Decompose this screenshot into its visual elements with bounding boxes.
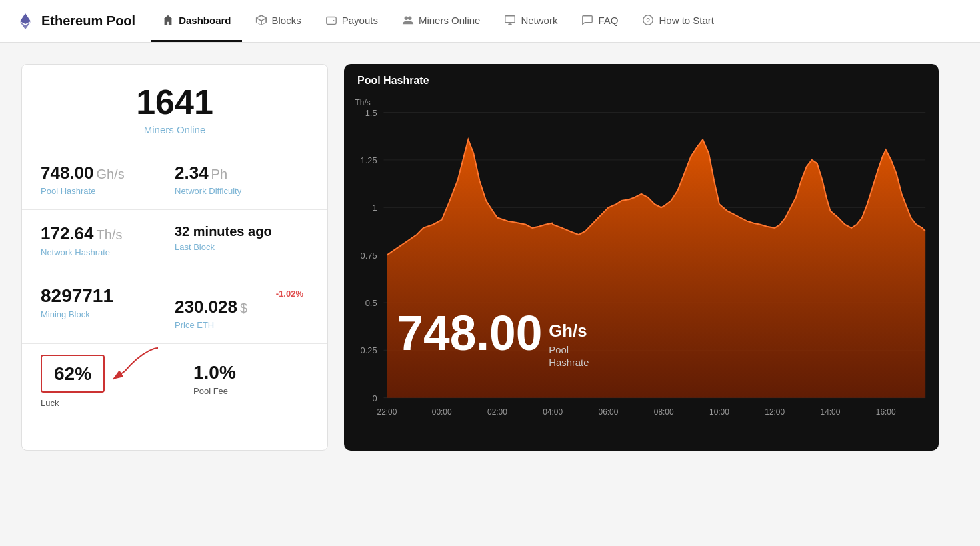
mining-block-price-block: 8297711 Mining Block -1.02% 230.028$ Pri… [22,271,327,344]
nav-item-how-to-start[interactable]: ? How to Start [631,0,725,42]
svg-text:1.25: 1.25 [361,155,377,165]
network-difficulty-value: 2.34Ph [175,163,309,183]
brand-name: Ethereum Pool [41,13,135,29]
nav-item-blocks[interactable]: Blocks [245,0,312,42]
chat-icon [581,14,593,26]
svg-text:1: 1 [372,203,377,213]
last-block-value: 32 minutes ago [175,223,309,239]
network-hashrate-cell: 172.64Th/s Network Hashrate [41,223,175,257]
monitor-icon [504,14,516,26]
nav-item-miners-online[interactable]: Miners Online [391,0,491,42]
nav-label-payouts: Payouts [342,15,378,26]
price-value: 230.028$ [175,297,309,317]
pool-fee-cell: 1.0% Pool Fee [175,344,327,422]
chart-svg: 1.5 1.25 1 0.75 0.5 0.25 0 Th/s 22:00 00… [344,92,939,445]
svg-text:02:00: 02:00 [487,407,507,417]
svg-text:22:00: 22:00 [377,407,397,417]
price-cell: -1.02% 230.028$ Price ETH [175,285,309,330]
price-label: Price ETH [175,320,309,330]
network-difficulty-label: Network Difficulty [175,186,309,196]
chart-overlay-label1: Pool [549,344,569,355]
miners-label: Miners Online [41,124,309,135]
svg-text:?: ? [646,17,650,25]
main-content: 1641 Miners Online 748.00Gh/s Pool Hashr… [0,43,960,472]
svg-rect-5 [505,16,515,23]
nav-item-network[interactable]: Network [493,0,568,42]
chart-title: Pool Hashrate [344,64,939,92]
nav-label-faq: FAQ [598,15,618,26]
chart-overlay-label2: Hashrate [549,357,589,368]
svg-text:0.75: 0.75 [361,251,377,261]
mining-block-label: Mining Block [41,309,175,319]
pool-hashrate-label: Pool Hashrate [41,186,175,196]
svg-text:10:00: 10:00 [709,407,729,417]
luck-box: 62% [41,355,105,393]
svg-rect-2 [326,17,335,25]
nav-label-miners-online: Miners Online [419,15,481,26]
luck-value: 62% [54,363,91,385]
svg-text:12:00: 12:00 [765,407,785,417]
svg-marker-0 [20,13,31,24]
red-arrow-icon [105,345,165,385]
svg-point-3 [404,17,407,20]
miners-count: 1641 [41,83,309,121]
stats-panel: 1641 Miners Online 748.00Gh/s Pool Hashr… [21,64,328,451]
svg-text:06:00: 06:00 [599,407,619,417]
miners-label-1: Miners [144,124,174,135]
svg-text:0.5: 0.5 [365,298,377,308]
luck-label: Luck [41,398,156,408]
nav-items: Dashboard Blocks Payouts Miners Online [151,0,725,42]
luck-container: 62% [41,355,105,393]
miners-online-block: 1641 Miners Online [22,65,327,149]
nav-item-dashboard[interactable]: Dashboard [151,0,241,42]
nav-label-network: Network [521,15,557,26]
mining-block-value: 8297711 [41,285,175,307]
svg-text:08:00: 08:00 [654,407,674,417]
nav-label-how-to-start: How to Start [659,15,714,26]
network-hashrate-block: 172.64Th/s Network Hashrate 32 minutes a… [22,210,327,271]
svg-text:0: 0 [372,393,377,403]
pool-fee-label: Pool Fee [193,386,309,396]
brand: Ethereum Pool [16,12,135,31]
network-hashrate-value: 172.64Th/s [41,223,175,244]
svg-text:00:00: 00:00 [432,407,452,417]
chart-overlay-number: 748.00 [397,305,542,360]
home-icon [162,14,174,26]
users-icon [402,14,414,26]
network-hashrate-label: Network Hashrate [41,247,175,257]
pool-fee-value: 1.0% [193,361,309,384]
chart-area: 1.5 1.25 1 0.75 0.5 0.25 0 Th/s 22:00 00… [344,92,939,445]
chart-panel: Pool Hashrate 1.5 1.25 1 0.75 0.5 0.25 0… [344,64,939,451]
question-icon: ? [642,14,654,26]
luck-fee-block: 62% Luck [22,344,327,422]
nav-item-payouts[interactable]: Payouts [315,0,389,42]
svg-text:1.5: 1.5 [365,108,377,118]
wallet-icon [325,14,337,26]
chart-overlay-unit: Gh/s [549,321,587,341]
pool-hashrate-cell: 748.00Gh/s Pool Hashrate [41,163,175,196]
mining-block-cell: 8297711 Mining Block [41,285,175,330]
last-block-label: Last Block [175,242,309,252]
cube-icon [255,14,267,26]
nav-item-faq[interactable]: FAQ [571,0,629,42]
last-block-cell: 32 minutes ago Last Block [175,223,309,257]
svg-text:16:00: 16:00 [876,407,896,417]
nav-label-blocks: Blocks [272,15,301,26]
svg-text:04:00: 04:00 [543,407,563,417]
pool-hashrate-value: 748.00Gh/s [41,163,175,183]
network-difficulty-cell: 2.34Ph Network Difficulty [175,163,309,196]
svg-text:0.25: 0.25 [361,345,377,355]
svg-point-4 [408,17,411,20]
miners-label-2: Online [177,124,205,135]
price-change-badge: -1.02% [276,289,303,299]
svg-text:14:00: 14:00 [821,407,841,417]
eth-icon [16,12,35,31]
hashrate-difficulty-block: 748.00Gh/s Pool Hashrate 2.34Ph Network … [22,149,327,210]
navbar: Ethereum Pool Dashboard Blocks Payouts [0,0,980,43]
svg-text:Th/s: Th/s [355,98,371,107]
nav-label-dashboard: Dashboard [179,15,231,26]
